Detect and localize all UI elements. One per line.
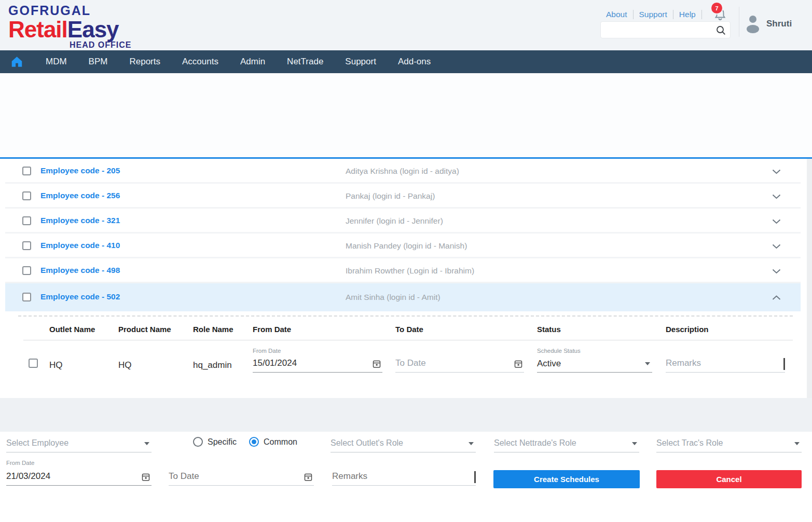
nav-item-admin[interactable]: Admin — [240, 57, 265, 67]
about-link[interactable]: About — [606, 10, 627, 19]
employee-code[interactable]: Employee code - 498 — [40, 266, 120, 275]
chevron-down-icon[interactable] — [772, 194, 781, 199]
dropdown-arrow-icon[interactable] — [469, 442, 474, 445]
form-from-date-input[interactable] — [6, 469, 138, 484]
user-avatar[interactable] — [744, 13, 762, 34]
to-date-input[interactable] — [395, 356, 511, 370]
calendar-icon[interactable] — [304, 473, 312, 482]
form-remarks-input[interactable] — [332, 469, 471, 484]
header-search-input[interactable] — [606, 22, 710, 38]
head-office-text: HEAD OFFICE — [70, 41, 131, 49]
employee-checkbox[interactable] — [22, 191, 31, 200]
from-date-input[interactable] — [253, 356, 369, 370]
nav-item-addons[interactable]: Add-ons — [398, 57, 431, 67]
user-name[interactable]: Shruti — [766, 19, 792, 29]
col-outlet-name: Outlet Name — [49, 325, 95, 334]
create-schedule-form: Specific Common From Date — [0, 432, 812, 522]
employee-code[interactable]: Employee code - 256 — [40, 191, 120, 200]
form-to-date-input[interactable] — [169, 469, 300, 484]
calendar-icon[interactable] — [514, 360, 522, 368]
product-text: RetailEasy — [8, 18, 131, 41]
employee-row-321[interactable]: Employee code - 321 Jennifer (login id -… — [5, 209, 801, 233]
calendar-icon[interactable] — [373, 360, 381, 368]
employee-checkbox[interactable] — [22, 266, 31, 275]
select-employee-dropdown[interactable] — [6, 436, 152, 452]
common-radio[interactable] — [249, 437, 259, 447]
app-header: GOFRUGAL RetailEasy HEAD OFFICE About Su… — [0, 0, 812, 50]
dropdown-arrow-icon[interactable] — [632, 442, 637, 445]
employee-code[interactable]: Employee code - 205 — [40, 166, 120, 175]
text-cursor — [474, 471, 476, 483]
calendar-icon[interactable] — [142, 473, 150, 482]
col-product-name: Product Name — [118, 325, 171, 334]
form-to-date-field[interactable] — [169, 469, 314, 486]
specific-radio-label[interactable]: Specific — [208, 437, 237, 447]
product-red: Retail — [8, 17, 67, 42]
nav-item-bpm[interactable]: BPM — [89, 57, 108, 67]
chevron-down-icon[interactable] — [772, 269, 781, 274]
employee-row-410[interactable]: Employee code - 410 Manish Pandey (login… — [5, 233, 801, 258]
employee-code[interactable]: Employee code - 321 — [40, 216, 120, 225]
chevron-up-icon[interactable] — [772, 295, 781, 300]
retaileasy-page: GOFRUGAL RetailEasy HEAD OFFICE About Su… — [0, 0, 812, 522]
nav-item-reports[interactable]: Reports — [129, 57, 160, 67]
header-links: About Support Help — [606, 8, 727, 21]
search-icon[interactable] — [716, 25, 726, 35]
dropdown-arrow-icon[interactable] — [645, 362, 650, 365]
nav-item-mdm[interactable]: MDM — [46, 57, 67, 67]
form-from-date-field[interactable]: From Date — [6, 460, 152, 486]
employee-name: Manish Pandey (login id - Manish) — [346, 241, 467, 251]
select-trac-role-dropdown[interactable] — [656, 436, 802, 452]
chevron-down-icon[interactable] — [772, 169, 781, 174]
employee-row-502-expanded[interactable]: Employee code - 502 Amit Sinha (login id… — [5, 283, 801, 311]
employee-checkbox[interactable] — [22, 167, 31, 175]
chevron-down-icon[interactable] — [772, 244, 781, 249]
cancel-button[interactable]: Cancel — [656, 470, 802, 488]
schedule-status-select[interactable]: Schedule Status Active — [537, 348, 652, 373]
select-employee-input[interactable] — [6, 436, 139, 450]
select-trac-role-input[interactable] — [656, 436, 789, 450]
schedule-checkbox[interactable] — [29, 359, 38, 368]
employee-checkbox[interactable] — [22, 241, 31, 250]
list-scrollbar[interactable] — [807, 159, 812, 398]
link-separator — [633, 10, 634, 19]
employee-checkbox[interactable] — [22, 216, 31, 225]
employee-checkbox[interactable] — [22, 293, 31, 301]
nav-item-support[interactable]: Support — [345, 57, 376, 67]
employee-code[interactable]: Employee code - 410 — [40, 241, 120, 250]
nav-item-accounts[interactable]: Accounts — [182, 57, 218, 67]
col-role-name: Role Name — [193, 325, 233, 334]
status-selected-value[interactable]: Active — [537, 359, 561, 368]
chevron-down-icon[interactable] — [772, 219, 781, 224]
create-schedules-button[interactable]: Create Schedules — [493, 470, 640, 488]
nav-item-nettrade[interactable]: NetTrade — [287, 57, 323, 67]
remarks-input[interactable] — [666, 356, 772, 370]
from-date-field[interactable]: From Date — [253, 348, 382, 373]
select-nettrade-role-dropdown[interactable] — [494, 436, 639, 452]
role-value: hq_admin — [193, 360, 232, 370]
remarks-field[interactable] — [666, 356, 785, 373]
employee-name: Ibrahim Rowther (Login id - Ibrahim) — [346, 266, 474, 276]
notification-badge: 7 — [711, 3, 722, 13]
header-search-box[interactable] — [600, 21, 731, 38]
outlet-value: HQ — [49, 360, 63, 370]
home-icon[interactable] — [10, 55, 24, 68]
employee-row-256[interactable]: Employee code - 256 Pankaj (login id - P… — [5, 184, 801, 209]
form-remarks-field[interactable] — [332, 469, 476, 486]
form-from-date-label: From Date — [6, 460, 152, 469]
select-nettrade-role-input[interactable] — [494, 436, 627, 450]
support-link[interactable]: Support — [639, 10, 667, 19]
select-outlet-role-input[interactable] — [331, 436, 463, 450]
employee-code[interactable]: Employee code - 502 — [40, 292, 120, 301]
main-navbar: MDM BPM Reports Accounts Admin NetTrade … — [0, 50, 812, 73]
select-outlet-role-dropdown[interactable] — [331, 436, 476, 452]
product-dark: Easy — [67, 17, 119, 42]
dropdown-arrow-icon[interactable] — [144, 442, 149, 445]
employee-row-498[interactable]: Employee code - 498 Ibrahim Rowther (Log… — [5, 258, 801, 283]
to-date-field[interactable] — [395, 356, 524, 373]
dropdown-arrow-icon[interactable] — [794, 442, 800, 445]
specific-radio[interactable] — [193, 437, 203, 447]
help-link[interactable]: Help — [679, 10, 696, 19]
common-radio-label[interactable]: Common — [264, 437, 297, 447]
employee-row-205[interactable]: Employee code - 205 Aditya Krishna (logi… — [5, 159, 801, 184]
